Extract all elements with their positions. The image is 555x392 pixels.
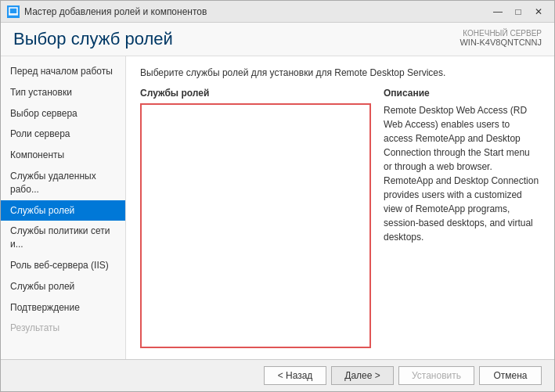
services-list[interactable] [140,103,371,348]
description-column: Описание Remote Desktop Web Access (RD W… [384,88,540,348]
window-controls: — □ ✕ [488,4,548,20]
app-icon [7,5,20,18]
server-label: КОНЕЧНЫЙ СЕРВЕР [459,29,542,38]
sidebar: Перед началом работыТип установкиВыбор с… [1,56,126,359]
window-title: Мастер добавления ролей и компонентов [24,6,488,17]
main-content: Выберите службы ролей для установки для … [126,56,554,359]
server-name: WIN-K4V8QNTCNNJ [459,38,542,47]
sidebar-item[interactable]: Перед началом работы [1,61,125,82]
services-column: Службы ролей [140,88,371,348]
cancel-button[interactable]: Отмена [479,366,542,385]
sidebar-item[interactable]: Роль веб-сервера (IIS) [1,255,125,276]
description-header: Описание [384,88,540,99]
sidebar-item: Результаты [1,318,125,339]
sidebar-item[interactable]: Роли сервера [1,124,125,145]
sidebar-item[interactable]: Службы удаленных рабо... [1,166,125,200]
sidebar-item[interactable]: Службы политики сети и... [1,221,125,255]
back-button[interactable]: < Назад [264,366,326,385]
install-button: Установить [398,366,474,385]
sidebar-item[interactable]: Службы ролей [1,276,125,297]
services-header: Службы ролей [140,88,371,99]
main-window: Мастер добавления ролей и компонентов — … [0,0,555,392]
sidebar-item[interactable]: Тип установки [1,82,125,103]
sidebar-item[interactable]: Компоненты [1,145,125,166]
server-info: КОНЕЧНЫЙ СЕРВЕР WIN-K4V8QNTCNNJ [459,29,542,47]
two-column-layout: Службы ролей Описание Remote Desktop Web… [140,88,540,348]
svg-rect-1 [9,13,18,16]
maximize-button[interactable]: □ [509,4,528,20]
svg-rect-0 [9,8,17,14]
footer: < Назад Далее > Установить Отмена [1,359,554,391]
header-bar: Выбор служб ролей КОНЕЧНЫЙ СЕРВЕР WIN-K4… [1,23,554,56]
next-button[interactable]: Далее > [331,366,394,385]
close-button[interactable]: ✕ [529,4,548,20]
minimize-button[interactable]: — [488,4,507,20]
description-text: Remote Desktop Web Access (RD Web Access… [384,103,540,244]
content-area: Перед началом работыТип установкиВыбор с… [1,56,554,359]
sidebar-item[interactable]: Выбор сервера [1,103,125,124]
title-bar: Мастер добавления ролей и компонентов — … [1,1,554,23]
top-description: Выберите службы ролей для установки для … [140,67,540,78]
page-title: Выбор служб ролей [13,29,173,49]
sidebar-item[interactable]: Службы ролей [1,200,125,221]
sidebar-item[interactable]: Подтверждение [1,297,125,318]
